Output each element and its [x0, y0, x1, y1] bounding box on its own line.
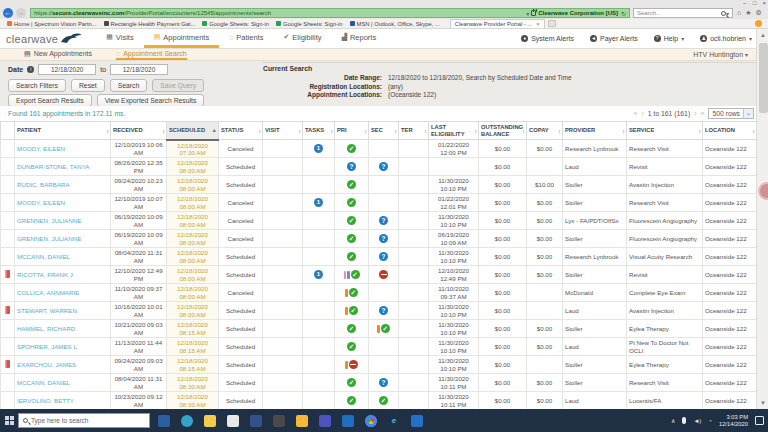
column-header-status[interactable]: STATUS↕ — [219, 122, 263, 140]
column-header-ter[interactable]: TER↕ — [399, 122, 429, 140]
taskbar-clock[interactable]: 3:03 PM 12/14/2020 — [719, 414, 748, 428]
taskbar-outlook-icon[interactable] — [342, 415, 354, 427]
tab-close-icon[interactable]: × — [536, 21, 539, 27]
scroll-up-icon[interactable]: ▲ — [757, 29, 768, 41]
patient-link[interactable]: SPOHRER, JAMES L — [17, 343, 77, 350]
info-icon[interactable]: i — [27, 66, 34, 73]
date-from-input[interactable] — [38, 64, 96, 75]
eligible-check-icon[interactable]: ✓ — [347, 378, 356, 387]
eligible-check-icon[interactable]: ✓ — [347, 198, 356, 207]
date-to-input[interactable] — [110, 64, 168, 75]
patient-link[interactable]: RICOTTA, FRANK J — [17, 271, 73, 278]
favorite-link-0[interactable]: Home | Spectrum Vision Partn... — [7, 21, 97, 27]
favorite-link-4[interactable]: MSN | Outlook, Office, Skype, ... — [350, 21, 440, 27]
close-button[interactable]: × — [762, 0, 766, 7]
task-count-badge[interactable]: 1 — [314, 270, 323, 279]
patient-link[interactable]: EXARCHOU, JAMES — [17, 361, 76, 368]
taskbar-app-blue-icon[interactable] — [411, 415, 423, 427]
column-header-patient[interactable]: PATIENT↕ — [15, 122, 111, 140]
eligible-check-icon[interactable]: ✓ — [349, 306, 358, 315]
favorite-link-3[interactable]: Google Sheets: Sign-in — [276, 21, 343, 27]
reset-button[interactable]: Reset — [71, 79, 105, 92]
taskbar-teams-icon[interactable] — [319, 415, 331, 427]
patient-link[interactable]: MCCANN, DANIEL — [17, 379, 70, 386]
not-eligible-icon[interactable] — [349, 360, 358, 369]
network-icon[interactable]: ◔ — [708, 418, 712, 424]
search-magnifier-icon[interactable] — [721, 11, 726, 16]
header-item-ocli-hobrien[interactable]: ♟ocli.hobrien▾ — [700, 35, 752, 42]
eligibility-unknown-icon[interactable]: ? — [379, 234, 388, 243]
header-item-system-alerts[interactable]: ♦System Alerts — [521, 35, 574, 42]
home-icon[interactable]: ⌂ — [737, 8, 741, 18]
microphone-icon[interactable] — [682, 417, 686, 424]
column-header-provider[interactable]: PROVIDER↕ — [563, 122, 627, 140]
eligible-check-icon[interactable]: ✓ — [351, 270, 360, 279]
task-count-badge[interactable]: 1 — [314, 198, 323, 207]
taskbar-file-explorer-icon[interactable] — [204, 415, 216, 427]
taskbar-edge-icon[interactable] — [181, 415, 193, 427]
patient-link[interactable]: MCCANN, DANIEL — [17, 253, 70, 260]
tray-expand-icon[interactable]: ∧ — [671, 417, 675, 424]
patient-link[interactable]: MOODY, EILEEN — [17, 145, 65, 152]
eligible-check-icon[interactable]: ✓ — [379, 396, 388, 405]
patient-link[interactable]: MOODY, EILEEN — [17, 199, 65, 206]
start-button[interactable] — [0, 409, 18, 432]
eligible-check-icon[interactable]: ✓ — [347, 396, 356, 405]
eligible-check-icon[interactable]: ✓ — [347, 252, 356, 261]
column-header-visit[interactable]: VISIT↕ — [263, 122, 303, 140]
eligible-check-icon[interactable]: ✓ — [381, 324, 390, 333]
eligibility-unknown-icon[interactable]: ? — [379, 162, 388, 171]
column-header-location[interactable]: LOCATION↕ — [703, 122, 757, 140]
taskbar-onenote-icon[interactable] — [250, 415, 262, 427]
scrollbar-thumb[interactable] — [759, 43, 768, 113]
browser-search-box[interactable]: Search... ▾ — [633, 8, 733, 18]
action-center-icon[interactable] — [755, 416, 764, 425]
subnav-item-appointment-search[interactable]: ◌Appointment Search — [116, 49, 187, 60]
patient-link[interactable]: RUDIC, BARBARA — [17, 181, 70, 188]
eligibility-unknown-icon[interactable]: ? — [347, 162, 356, 171]
subnav-item-new-appointments[interactable]: ▤New Appointments — [24, 49, 92, 60]
url-dropdown-icon[interactable]: ▾ — [526, 10, 529, 17]
task-count-badge[interactable]: 1 — [314, 144, 323, 153]
taskbar-app-dark-icon[interactable] — [273, 415, 285, 427]
speaker-icon[interactable]: ◄) — [693, 418, 701, 424]
taskbar-office-icon[interactable] — [158, 415, 170, 427]
column-header-scheduled[interactable]: SCHEDULED▲ — [167, 122, 219, 140]
not-eligible-icon[interactable] — [379, 270, 388, 279]
forward-button[interactable]: → — [16, 8, 26, 18]
eligible-check-icon[interactable]: ✓ — [347, 234, 356, 243]
search-filters-button[interactable]: Search Filters — [8, 79, 66, 92]
patient-link[interactable]: COLLICA, ANNMARIE — [17, 289, 79, 296]
patient-link[interactable]: GRENNEN, JULIANNE — [17, 235, 81, 242]
rows-per-page-select[interactable]: 500 rows ⌄ — [708, 108, 754, 119]
patient-link[interactable]: STEWART, WARREN — [17, 307, 77, 314]
eligible-check-icon[interactable]: ✓ — [349, 288, 358, 297]
url-field[interactable]: https://secure.clearwaveinc.com/Provider… — [30, 8, 630, 18]
eligible-check-icon[interactable]: ✓ — [347, 144, 356, 153]
nav-item-appointments[interactable]: ▤Appointments — [144, 29, 220, 48]
eligible-check-icon[interactable]: ✓ — [347, 342, 356, 351]
save-query-button[interactable]: Save Query — [152, 79, 204, 92]
taskbar-search-box[interactable]: Type here to search — [18, 413, 150, 428]
taskbar-internet-explorer-icon[interactable]: e — [388, 415, 400, 427]
eligibility-unknown-icon[interactable]: ? — [379, 378, 388, 387]
last-page-icon[interactable]: » — [701, 110, 705, 117]
patient-link[interactable]: GRENNEN, JULIANNE — [17, 217, 81, 224]
feedback-smiley-icon[interactable] — [755, 20, 762, 27]
settings-gear-icon[interactable]: ⚙ — [756, 8, 762, 18]
column-header-sec[interactable]: SEC↕ — [369, 122, 399, 140]
patient-link[interactable]: IERVOLINO, BETTY — [17, 397, 74, 404]
column-header-outstanding-balance[interactable]: OUTSTANDING BALANCE↕ — [479, 122, 527, 140]
refresh-icon[interactable]: ↻ — [621, 10, 626, 17]
nav-item-eligibility[interactable]: ✔Eligibility — [273, 29, 331, 48]
location-selector[interactable]: HTV Huntington ▾ — [693, 51, 748, 58]
taskbar-sticky-notes-icon[interactable] — [296, 415, 308, 427]
taskbar-chrome-icon[interactable] — [365, 415, 377, 427]
nav-item-reports[interactable]: ▟Reports — [332, 29, 387, 48]
patient-alert-flag-icon[interactable] — [5, 360, 10, 368]
column-header-last-eligibility[interactable]: LAST ELIGIBILITY↕ — [429, 122, 479, 140]
nav-item-patients[interactable]: ◌Patients — [219, 29, 273, 48]
search-button[interactable]: Search — [110, 79, 148, 92]
column-header-received[interactable]: RECEIVED↕ — [111, 122, 167, 140]
first-page-icon[interactable]: « — [634, 110, 638, 117]
